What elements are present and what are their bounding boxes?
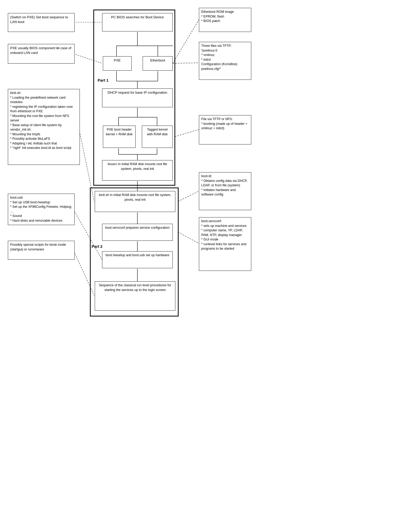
kinit-sh-box: kinit.sh:* Loading the predefined networ… [8, 89, 80, 165]
pxe-bios-box: PXE usually BIOS component in case of on… [8, 44, 75, 64]
diagram-container: (Switch on PXE) Set boot sequence to LAN… [0, 0, 396, 532]
svg-line-40 [73, 54, 102, 63]
pxe-bios-text: PXE usually BIOS component in case of on… [10, 46, 71, 55]
kinit-sh-text: kinit.sh:* Loading the predefined networ… [10, 91, 73, 150]
special-scripts-box: Possibly special scripts for kiosk mode … [8, 241, 75, 260]
diagram-svg [0, 0, 396, 532]
etherboot-rom-box: Etherboot ROM image* EPROM, flash* BIOS … [199, 8, 251, 32]
part1-label: Part 1 [98, 78, 109, 82]
boot-servconf-right-text: boot.servconf:* sets up machine and serv… [201, 219, 247, 250]
linuxrc-box: linuxrc in initial RAM disk mounts root … [102, 160, 173, 181]
boot-servconf-node-box: boot.servconf prepares service configura… [102, 224, 173, 241]
tagged-kernel-text: Tagged kernel with RAM disk [147, 128, 168, 136]
part2-label: Part 2 [92, 244, 103, 249]
three-files-text: Three files via TFTP:*pxelinux.0* vmlinu… [201, 44, 237, 71]
boot-servconf-right-box: boot.servconf:* sets up machine and serv… [199, 217, 251, 271]
svg-line-37 [178, 191, 199, 201]
etherboot-node-box: Etherboot [143, 56, 173, 71]
pxe-boot-header-text: PXE boot header kernel + RAM disk [106, 128, 133, 136]
switch-pxe-text: (Switch on PXE) Set boot sequence to LAN… [10, 15, 68, 24]
sequence-run-text: Sequence of the classical run level proc… [99, 283, 171, 292]
pc-bios-text: PC BIOS searches for Boot Device [111, 15, 164, 19]
pc-bios-box: PC BIOS searches for Boot Device [102, 13, 173, 31]
boot-usb-box: boot.usb* Set up USB boot.hwsetup:* Set … [8, 194, 75, 225]
file-via-tftp-box: File via TFTP or NFS:* bootimg (made up … [199, 115, 251, 144]
etherboot-node-text: Etherboot [150, 58, 165, 62]
dhcp-request-box: DHCP request for base IP configuration [102, 88, 173, 107]
switch-pxe-box: (Switch on PXE) Set boot sequence to LAN… [8, 13, 75, 32]
pxe-node-text: PXE [114, 58, 121, 62]
boot-usb-text: boot.usb* Set up USB boot.hwsetup:* Set … [10, 196, 72, 222]
sequence-run-box: Sequence of the classical run level proc… [95, 281, 175, 311]
linuxrc-text: linuxrc in initial RAM disk mounts root … [108, 162, 167, 171]
pxe-boot-header-box: PXE boot header kernel + RAM disk [103, 126, 136, 148]
kinit-sh-2-box: kinit.sh in initial RAM disk mounts root… [95, 191, 175, 212]
boot-hwsetup-text: boot.hwsetup and boot.usb set up hardwar… [105, 253, 169, 257]
svg-line-36 [175, 130, 199, 137]
svg-line-41 [79, 127, 94, 201]
svg-line-35 [173, 63, 199, 63]
svg-line-43 [73, 250, 94, 296]
file-via-tftp-text: File via TFTP or NFS:* bootimg (made up … [201, 117, 247, 130]
special-scripts-text: Possibly special scripts for kiosk mode … [10, 243, 66, 251]
svg-line-34 [173, 20, 199, 63]
svg-line-42 [73, 209, 102, 260]
tagged-kernel-box: Tagged kernel with RAM disk [142, 126, 173, 148]
etherboot-rom-text: Etherboot ROM image* EPROM, flash* BIOS … [201, 10, 234, 23]
boot-servconf-node-text: boot.servconf prepares service configura… [105, 226, 170, 229]
svg-line-38 [178, 232, 199, 243]
boot-ld-box: boot.ld:* Obtains config data via DHCP, … [199, 172, 251, 210]
dhcp-request-text: DHCP request for base IP configuration [108, 91, 167, 94]
pxe-node-box: PXE [103, 56, 132, 71]
boot-ld-text: boot.ld:* Obtains config data via DHCP, … [201, 174, 247, 196]
kinit-sh-2-text: kinit.sh in initial RAM disk mounts root… [99, 193, 171, 201]
three-files-box: Three files via TFTP:*pxelinux.0* vmlinu… [199, 42, 251, 80]
boot-hwsetup-box: boot.hwsetup and boot.usb set up hardwar… [102, 251, 173, 268]
